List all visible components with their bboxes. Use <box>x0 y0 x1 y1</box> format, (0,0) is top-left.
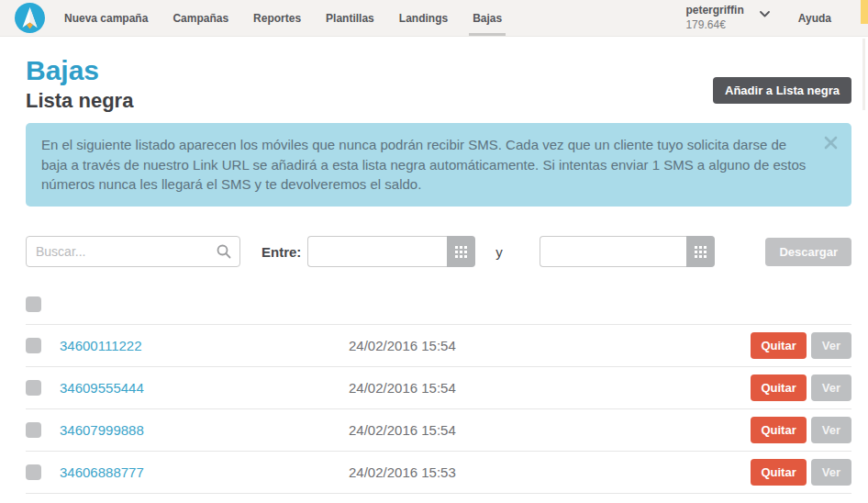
row-checkbox[interactable] <box>26 380 41 396</box>
search-input[interactable] <box>26 236 240 267</box>
table-row: 34606888777 24/02/2016 15:53 Quitar Ver <box>26 452 851 494</box>
date-to-group <box>540 236 715 267</box>
search-icon <box>217 244 231 263</box>
nav-item-campanas[interactable]: Campañas <box>172 0 228 36</box>
date-from-input[interactable] <box>307 236 447 267</box>
row-actions: Quitar Ver <box>751 417 851 443</box>
filter-bar: Entre: y <box>26 236 851 267</box>
nav-item-nueva-campana[interactable]: Nueva campaña <box>64 0 148 36</box>
row-checkbox[interactable] <box>26 464 41 480</box>
navbar-right: petergriffin 179.64€ Ayuda <box>685 4 855 32</box>
user-menu[interactable]: petergriffin 179.64€ <box>685 4 743 32</box>
view-button[interactable]: Ver <box>811 459 851 486</box>
date-to-input[interactable] <box>540 236 686 267</box>
remove-button[interactable]: Quitar <box>751 459 806 486</box>
nav-item-bajas[interactable]: Bajas <box>473 0 502 36</box>
row-actions: Quitar Ver <box>751 332 851 359</box>
phone-link[interactable]: 34607999888 <box>60 422 349 438</box>
app-logo-icon[interactable] <box>15 3 45 33</box>
row-actions: Quitar Ver <box>751 374 851 401</box>
table-row: 34600111222 24/02/2016 15:54 Quitar Ver <box>26 325 851 367</box>
row-checkbox[interactable] <box>26 422 41 438</box>
table-header <box>26 289 851 325</box>
row-date: 24/02/2016 15:53 <box>349 464 751 480</box>
row-date: 24/02/2016 15:54 <box>349 422 751 438</box>
row-actions: Quitar Ver <box>751 459 851 486</box>
view-button[interactable]: Ver <box>811 374 851 401</box>
main-nav: Nueva campaña Campañas Reportes Plantill… <box>64 0 502 36</box>
scrollbar-thumb[interactable] <box>861 0 868 24</box>
between-label: Entre: <box>262 244 301 260</box>
table-row: 34607999888 24/02/2016 15:54 Quitar Ver <box>26 409 851 452</box>
nav-item-landings[interactable]: Landings <box>399 0 448 36</box>
top-navbar: Nueva campaña Campañas Reportes Plantill… <box>0 0 868 37</box>
view-button[interactable]: Ver <box>811 417 851 443</box>
download-button[interactable]: Descargar <box>765 238 851 266</box>
row-checkbox[interactable] <box>26 338 41 353</box>
main-content: Bajas Lista negra Añadir a Lista negra E… <box>0 55 868 494</box>
remove-button[interactable]: Quitar <box>751 332 806 359</box>
row-date: 24/02/2016 15:54 <box>349 380 751 396</box>
chevron-down-icon[interactable] <box>760 11 770 17</box>
close-icon[interactable] <box>824 135 838 149</box>
select-all-checkbox[interactable] <box>26 296 41 312</box>
nav-item-plantillas[interactable]: Plantillas <box>326 0 374 36</box>
nav-item-reportes[interactable]: Reportes <box>253 0 301 36</box>
row-date: 24/02/2016 15:54 <box>349 338 751 353</box>
remove-button[interactable]: Quitar <box>751 374 806 401</box>
phone-link[interactable]: 34600111222 <box>60 338 349 353</box>
date-from-group <box>307 236 475 267</box>
view-button[interactable]: Ver <box>811 332 851 359</box>
user-name: petergriffin <box>685 4 743 18</box>
blacklist-table: 34600111222 24/02/2016 15:54 Quitar Ver … <box>26 289 851 494</box>
and-label: y <box>495 244 503 260</box>
scrollbar-track <box>862 39 865 110</box>
account-balance: 179.64€ <box>685 18 743 33</box>
search-field-wrap <box>26 236 240 267</box>
remove-button[interactable]: Quitar <box>751 417 806 443</box>
add-to-blacklist-button[interactable]: Añadir a Lista negra <box>713 77 851 104</box>
calendar-icon[interactable] <box>686 236 715 267</box>
phone-link[interactable]: 34606888777 <box>60 464 349 480</box>
help-link[interactable]: Ayuda <box>798 12 831 25</box>
table-row: 34609555444 24/02/2016 15:54 Quitar Ver <box>26 367 851 409</box>
phone-link[interactable]: 34609555444 <box>60 380 349 396</box>
calendar-icon[interactable] <box>447 236 475 267</box>
info-alert: En el siguiente listado aparecen los móv… <box>26 123 851 207</box>
info-alert-text: En el siguiente listado aparecen los móv… <box>41 137 806 193</box>
